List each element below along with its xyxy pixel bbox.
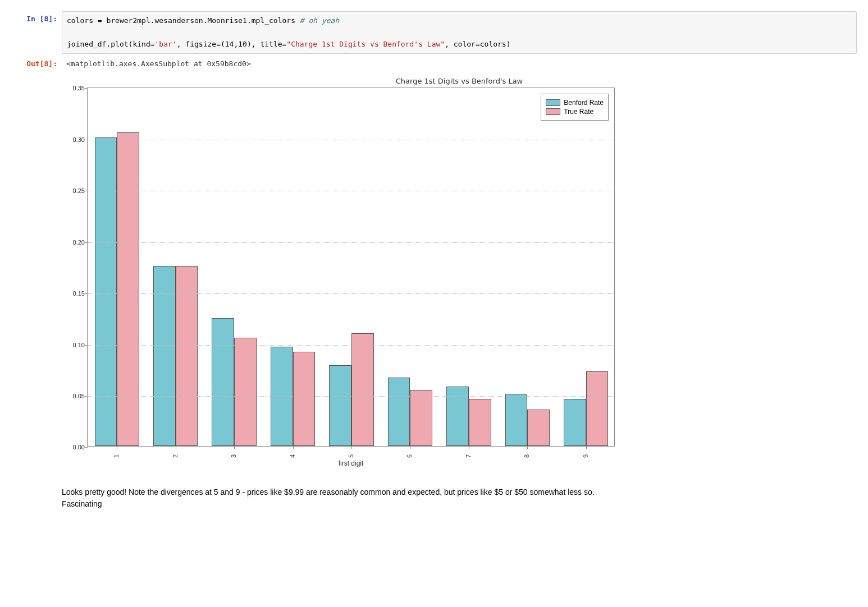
y-tick-label: 0.25 bbox=[65, 187, 85, 194]
x-tick-label: 8 bbox=[523, 454, 530, 458]
bar-benford bbox=[564, 399, 586, 446]
commentary-line: Fascinating bbox=[62, 498, 857, 510]
bar-benford bbox=[153, 266, 176, 447]
x-tick-mark bbox=[293, 446, 294, 449]
y-tick-label: 0.05 bbox=[65, 393, 85, 399]
legend: Benford Rate True Rate bbox=[541, 94, 609, 121]
code-comment: # oh yeah bbox=[300, 16, 339, 25]
commentary-line: Looks pretty good! Note the divergences … bbox=[62, 486, 857, 498]
bar-benford bbox=[329, 365, 351, 446]
y-tick-label: 0.00 bbox=[65, 444, 85, 450]
bar-benford bbox=[505, 394, 528, 446]
code-text: joined_df.plot(kind= bbox=[67, 40, 155, 48]
y-tick-label: 0.30 bbox=[65, 136, 85, 143]
bar-true bbox=[117, 132, 139, 447]
x-tick-label: 6 bbox=[406, 454, 413, 458]
bar-benford bbox=[95, 137, 117, 446]
bar-true bbox=[293, 352, 316, 446]
legend-swatch-icon bbox=[546, 108, 560, 115]
x-tick-mark bbox=[586, 446, 587, 449]
x-tick-mark bbox=[351, 446, 352, 449]
y-tick-label: 0.10 bbox=[65, 342, 85, 348]
plot-area: Benford Rate True Rate first digit 0.000… bbox=[87, 88, 615, 447]
bar-true bbox=[176, 266, 198, 447]
output-repr: <matplotlib.axes.AxesSubplot at 0x59b8cd… bbox=[62, 56, 857, 71]
bars-area bbox=[88, 88, 614, 446]
markdown-commentary: Looks pretty good! Note the divergences … bbox=[62, 486, 857, 510]
code-string: "Charge 1st Digits vs Benford's Law" bbox=[286, 40, 445, 48]
code-text: , color=colors) bbox=[445, 40, 510, 48]
legend-entry-benford: Benford Rate bbox=[546, 99, 604, 107]
x-tick-label: 3 bbox=[230, 454, 237, 458]
y-tick-label: 0.35 bbox=[65, 85, 85, 91]
bar-true bbox=[351, 333, 374, 446]
bar-true bbox=[527, 410, 550, 447]
x-tick-mark bbox=[527, 446, 528, 449]
chart-container: Charge 1st Digits vs Benford's Law Benfo… bbox=[62, 77, 857, 472]
legend-label: True Rate bbox=[564, 108, 593, 116]
legend-entry-true: True Rate bbox=[546, 108, 604, 116]
gridline bbox=[88, 396, 614, 397]
code-text: colors = brewer2mpl.wesanderson.Moonrise… bbox=[67, 16, 300, 25]
x-tick-label: 2 bbox=[172, 454, 179, 458]
x-tick-label: 7 bbox=[465, 454, 472, 458]
gridline bbox=[88, 242, 614, 243]
x-tick-mark bbox=[410, 446, 410, 449]
gridline bbox=[88, 293, 614, 294]
x-tick-label: 4 bbox=[289, 454, 296, 458]
input-cell: In [8]: colors = brewer2mpl.wesanderson.… bbox=[11, 11, 857, 54]
legend-label: Benford Rate bbox=[564, 99, 604, 107]
x-axis-label: first digit bbox=[339, 459, 364, 467]
x-tick-label: 5 bbox=[348, 454, 354, 458]
x-tick-mark bbox=[117, 446, 117, 449]
bar-true bbox=[234, 338, 257, 447]
output-cell: Out[8]: <matplotlib.axes.AxesSubplot at … bbox=[11, 56, 857, 71]
in-prompt: In [8]: bbox=[11, 11, 62, 26]
bar-benford bbox=[388, 378, 410, 447]
out-prompt: Out[8]: bbox=[11, 56, 62, 71]
x-tick-label: 9 bbox=[582, 454, 589, 458]
x-tick-mark bbox=[176, 446, 176, 449]
bar-true bbox=[469, 399, 491, 446]
bar-true bbox=[586, 371, 609, 446]
gridline bbox=[88, 140, 614, 140]
code-string: 'bar' bbox=[155, 40, 177, 48]
y-tick-label: 0.20 bbox=[65, 239, 85, 246]
bar-true bbox=[410, 390, 432, 447]
legend-swatch-icon bbox=[546, 99, 560, 106]
code-text: , figsize=(14,10), title= bbox=[177, 40, 287, 48]
y-tick-label: 0.15 bbox=[65, 290, 85, 297]
chart-title: Charge 1st Digits vs Benford's Law bbox=[62, 77, 857, 85]
code-input[interactable]: colors = brewer2mpl.wesanderson.Moonrise… bbox=[62, 11, 857, 54]
bar-benford bbox=[212, 318, 234, 447]
x-tick-mark bbox=[469, 446, 469, 449]
x-tick-mark bbox=[234, 446, 235, 449]
x-tick-label: 1 bbox=[113, 454, 120, 458]
gridline bbox=[88, 191, 614, 191]
gridline bbox=[88, 345, 614, 346]
